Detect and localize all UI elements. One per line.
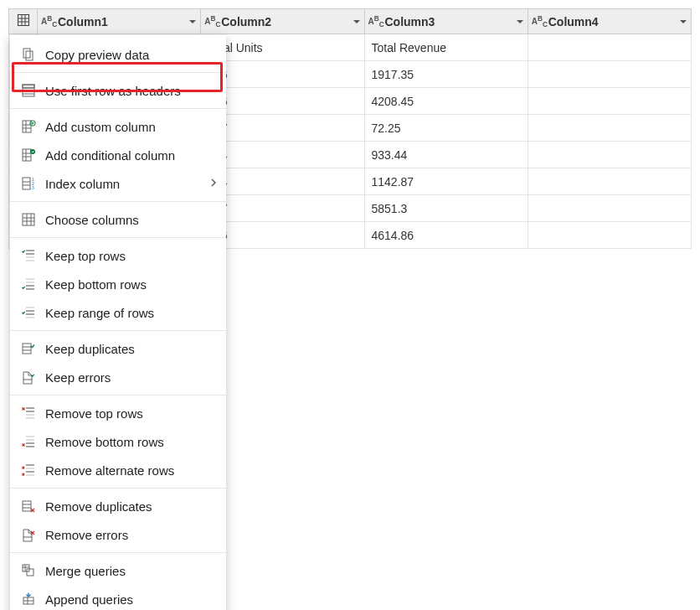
column-label: Column3 xyxy=(385,15,512,28)
column-header-3[interactable]: ABC Column3 xyxy=(364,9,528,34)
svg-text:3: 3 xyxy=(32,185,34,190)
menu-label: Copy preview data xyxy=(45,48,218,62)
column-label: Column1 xyxy=(58,15,185,28)
cell[interactable]: Total Revenue xyxy=(364,34,528,61)
submenu-chevron-icon xyxy=(209,177,218,190)
menu-label: Add conditional column xyxy=(45,148,218,163)
cell[interactable] xyxy=(528,142,691,168)
index-column-icon: 123 xyxy=(20,175,37,192)
svg-rect-22 xyxy=(23,178,30,189)
cell[interactable] xyxy=(528,115,691,142)
filter-dropdown-icon[interactable] xyxy=(188,18,197,26)
cell[interactable]: 4208.45 xyxy=(364,88,528,115)
table-context-menu: Copy preview data Use first row as heade… xyxy=(10,35,226,257)
filter-dropdown-icon[interactable] xyxy=(679,18,687,26)
cell[interactable] xyxy=(528,34,691,61)
type-text-icon: ABC xyxy=(41,15,54,28)
menu-use-first-row-as-headers[interactable]: Use first row as headers xyxy=(10,76,226,105)
menu-add-custom-column[interactable]: Add custom column xyxy=(10,112,226,141)
menu-label: Keep top rows xyxy=(45,249,218,258)
cell[interactable]: 1917.35 xyxy=(364,61,528,88)
column-header-1[interactable]: ABC Column1 xyxy=(38,9,201,34)
menu-keep-top-rows[interactable]: Keep top rows xyxy=(10,241,226,257)
column-label: Column4 xyxy=(548,15,676,28)
menu-copy-preview-data[interactable]: Copy preview data xyxy=(10,40,226,69)
cell[interactable]: 933.44 xyxy=(364,142,528,168)
cell[interactable] xyxy=(528,195,691,222)
column-header-2[interactable]: ABC Column2 xyxy=(201,9,364,34)
cell[interactable] xyxy=(528,61,691,88)
menu-choose-columns[interactable]: Choose columns xyxy=(10,205,226,234)
copy-icon xyxy=(20,46,37,63)
cell[interactable] xyxy=(528,88,691,115)
cell[interactable]: 1142.87 xyxy=(364,168,528,195)
headers-icon xyxy=(20,82,37,99)
svg-rect-6 xyxy=(26,51,33,60)
svg-rect-17 xyxy=(23,149,31,161)
menu-label: Add custom column xyxy=(45,120,218,134)
choose-columns-icon xyxy=(20,211,37,228)
column-label: Column2 xyxy=(221,15,348,28)
menu-separator xyxy=(10,72,226,73)
menu-label: Index column xyxy=(45,177,201,191)
menu-label: Use first row as headers xyxy=(45,84,218,98)
type-text-icon: ABC xyxy=(368,15,382,28)
column-header-4[interactable]: ABC Column4 xyxy=(528,9,691,34)
svg-rect-0 xyxy=(18,15,28,26)
keep-top-icon xyxy=(20,247,37,257)
svg-rect-5 xyxy=(23,49,30,58)
conditional-column-icon xyxy=(20,147,37,163)
filter-dropdown-icon[interactable] xyxy=(353,18,361,26)
cell[interactable] xyxy=(528,222,691,249)
filter-dropdown-icon[interactable] xyxy=(516,18,524,26)
cell[interactable] xyxy=(528,168,691,195)
type-text-icon: ABC xyxy=(204,15,218,28)
type-text-icon: ABC xyxy=(532,15,545,28)
menu-separator xyxy=(10,237,226,238)
menu-add-conditional-column[interactable]: Add conditional column xyxy=(10,141,226,169)
table-icon xyxy=(17,13,30,29)
svg-rect-28 xyxy=(23,214,34,225)
menu-separator xyxy=(10,201,226,202)
table-corner-button[interactable] xyxy=(9,9,38,34)
menu-separator xyxy=(10,108,226,109)
cell[interactable]: 5851.3 xyxy=(364,195,528,222)
menu-index-column[interactable]: 123 Index column xyxy=(10,169,226,198)
cell[interactable]: 4614.86 xyxy=(364,222,528,249)
svg-rect-8 xyxy=(23,85,34,88)
menu-label: Choose columns xyxy=(45,213,218,227)
custom-column-icon xyxy=(20,118,37,135)
cell[interactable]: 72.25 xyxy=(364,115,528,142)
